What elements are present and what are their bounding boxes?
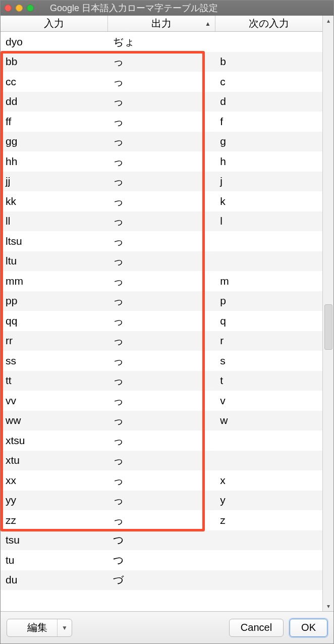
- window-title: Google 日本語入力ローマ字テーブル設定: [50, 2, 218, 14]
- cell-next: h: [215, 155, 322, 168]
- cell-output: っ: [108, 55, 215, 69]
- scroll-down-icon[interactable]: ▾: [323, 601, 333, 611]
- cell-input: ff: [1, 116, 108, 128]
- cell-output: っ: [108, 254, 215, 268]
- column-header-next-label: 次の入力: [249, 17, 289, 30]
- column-header-next[interactable]: 次の入力: [215, 16, 322, 31]
- column-header-input-label: 入力: [44, 17, 64, 30]
- cell-input: ltu: [1, 255, 108, 267]
- cell-output: っ: [108, 194, 215, 208]
- table-row[interactable]: yyっy: [1, 491, 322, 511]
- cell-output: っ: [108, 513, 215, 527]
- table-row[interactable]: ddっd: [1, 92, 322, 112]
- table-header: 入力 出力 ▲ 次の入力: [1, 16, 322, 32]
- table-row[interactable]: kkっk: [1, 191, 322, 211]
- cell-input: kk: [1, 195, 108, 207]
- cell-output: っ: [108, 334, 215, 348]
- cell-input: bb: [1, 56, 108, 68]
- cell-output: っ: [108, 493, 215, 507]
- table-header-wrap: 入力 出力 ▲ 次の入力 ▴: [1, 16, 333, 32]
- cell-output: っ: [108, 354, 215, 368]
- table-row[interactable]: jjっj: [1, 172, 322, 192]
- table-row[interactable]: tsuつ: [1, 530, 322, 551]
- zoom-icon[interactable]: [27, 5, 34, 12]
- cell-output: っ: [108, 75, 215, 89]
- ok-button-label: OK: [301, 622, 316, 633]
- cell-output: っ: [108, 314, 215, 328]
- header-scroll-gap: ▴: [322, 16, 333, 32]
- cell-input: mm: [1, 275, 108, 287]
- cell-input: ww: [1, 414, 108, 426]
- vertical-scrollbar[interactable]: ▾: [322, 32, 333, 611]
- cell-output: つ: [108, 533, 215, 547]
- table-row[interactable]: qqっq: [1, 311, 322, 331]
- window-controls: [5, 5, 34, 12]
- table-row[interactable]: ssっs: [1, 351, 322, 371]
- cancel-button-label: Cancel: [241, 622, 272, 633]
- table-row[interactable]: rrっr: [1, 331, 322, 351]
- cell-output: っ: [108, 274, 215, 288]
- table-row[interactable]: xtuっ: [1, 451, 322, 471]
- table-row[interactable]: ffっf: [1, 112, 322, 132]
- table-row[interactable]: wwっw: [1, 411, 322, 431]
- edit-menu-button[interactable]: 編集 ▼: [7, 619, 72, 637]
- table-row[interactable]: xtsuっ: [1, 431, 322, 451]
- table-row[interactable]: zzっz: [1, 510, 322, 530]
- ok-button[interactable]: OK: [290, 619, 327, 637]
- cell-input: tu: [1, 554, 108, 566]
- cell-next: s: [215, 355, 322, 367]
- table-row[interactable]: ggっg: [1, 132, 322, 152]
- cell-next: l: [215, 215, 322, 227]
- cell-output: っ: [108, 473, 215, 488]
- table-row[interactable]: ltuっ: [1, 251, 322, 272]
- scroll-up-icon[interactable]: ▴: [323, 16, 333, 26]
- cell-next: q: [215, 315, 322, 327]
- cell-output: っ: [108, 434, 215, 448]
- table-row[interactable]: dyoぢょ: [1, 32, 322, 52]
- column-header-input[interactable]: 入力: [1, 16, 108, 31]
- cell-input: jj: [1, 175, 108, 187]
- cell-input: ll: [1, 215, 108, 227]
- table-row[interactable]: llっl: [1, 211, 322, 232]
- cell-next: c: [215, 76, 322, 88]
- cell-next: k: [215, 195, 322, 207]
- cell-output: っ: [108, 394, 215, 408]
- cancel-button[interactable]: Cancel: [229, 619, 284, 637]
- table-row[interactable]: duづ: [1, 570, 322, 591]
- table-rows-wrap[interactable]: dyoぢょbbっbccっcddっdffっfggっghhっhjjっjkkっkllっ…: [1, 32, 322, 611]
- cell-input: dyo: [1, 36, 108, 48]
- cell-output: っ: [108, 154, 215, 169]
- minimize-icon[interactable]: [16, 5, 23, 12]
- close-icon[interactable]: [5, 5, 12, 12]
- table-row[interactable]: tuつ: [1, 550, 322, 570]
- table-row[interactable]: bbっb: [1, 52, 322, 72]
- cell-next: f: [215, 116, 322, 128]
- table-row[interactable]: ccっc: [1, 72, 322, 92]
- cell-input: xtsu: [1, 435, 108, 447]
- table-row[interactable]: mmっm: [1, 271, 322, 291]
- cell-next: b: [215, 56, 322, 68]
- cell-output: づ: [108, 573, 215, 587]
- cell-input: gg: [1, 135, 108, 147]
- cell-input: xtu: [1, 454, 108, 466]
- table-row[interactable]: ttっt: [1, 371, 322, 391]
- scrollbar-thumb[interactable]: [324, 304, 332, 350]
- cell-input: hh: [1, 155, 108, 168]
- cell-output: っ: [108, 413, 215, 427]
- table-row[interactable]: ppっp: [1, 291, 322, 311]
- cell-input: vv: [1, 395, 108, 407]
- chevron-down-icon: ▼: [57, 619, 68, 636]
- titlebar[interactable]: Google 日本語入力ローマ字テーブル設定: [1, 1, 333, 16]
- cell-input: ss: [1, 355, 108, 367]
- table-row[interactable]: hhっh: [1, 151, 322, 172]
- table-row[interactable]: ltsuっ: [1, 231, 322, 251]
- cell-input: du: [1, 574, 108, 586]
- column-header-output[interactable]: 出力 ▲: [108, 16, 215, 31]
- cell-next: j: [215, 175, 322, 187]
- table-row[interactable]: vvっv: [1, 391, 322, 411]
- table-row[interactable]: xxっx: [1, 470, 322, 491]
- cell-input: tsu: [1, 534, 108, 546]
- cell-next: y: [215, 494, 322, 506]
- column-header-output-label: 出力: [151, 17, 172, 30]
- cell-output: っ: [108, 214, 215, 228]
